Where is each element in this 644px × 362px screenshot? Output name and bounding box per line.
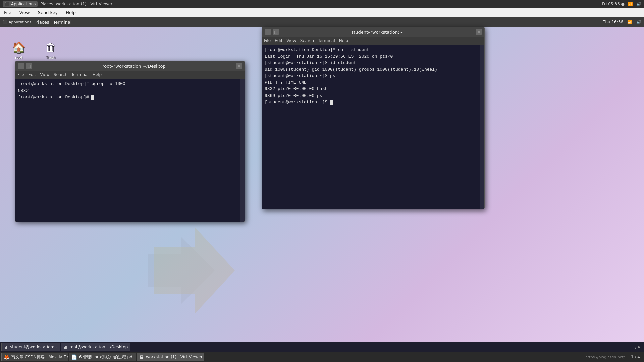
vm-tb-student-label: student@workstation:~ [10,345,58,349]
taskbar-pdf-label: 6.管理Linux系统中的进程.pdf [79,354,134,360]
root-term-menu-view[interactable]: View [40,72,49,77]
guest-display-area: ⬛ Applications Places Terminal Thu 16:36… [0,17,644,362]
root-term-minimize[interactable]: _ [18,63,24,69]
root-folder-icon: 🏠 [11,39,27,55]
root-term-title: root@workstation:~/Desktop [34,64,234,69]
terminal-line: uid=1000(student) gid=1000(student) grou… [265,66,477,73]
guest-panel-right: Thu 16:36 📶 🔊 [603,20,641,24]
student-term-title: student@workstation:~ [281,29,474,35]
root-term-menubar: File Edit View Search Terminal Help [15,71,245,79]
host-places-label[interactable]: Places [40,2,53,6]
guest-apps-icon: ⬛ [3,20,7,24]
student-term-menu-help[interactable]: Help [339,38,348,43]
host-apps-icon: ⬛ [5,2,10,6]
terminal-line: 9869 pts/0 00:00:00 ps [265,93,477,99]
root-term-scrollbar[interactable] [240,79,245,222]
student-term-titlebar: _ □ student@workstation:~ ✕ [262,27,484,37]
student-term-close[interactable]: ✕ [476,29,482,35]
student-term-menu-terminal[interactable]: Terminal [318,38,335,43]
terminal-line: [root@workstation Desktop]# [18,94,237,101]
student-term-content[interactable]: [root@workstation Desktop]# su - student… [262,45,480,209]
student-term-scroll-area: [root@workstation Desktop]# su - student… [262,45,484,209]
trash-icon-label: Trash [46,55,55,60]
guest-network-icon: 📶 [627,20,632,24]
terminal-line: PID TTY TIME CMD [265,79,477,86]
firefox-icon: 🦊 [4,354,9,360]
taskbar-right-info: https://blog.csdn.net/... 1 / 4 [585,355,643,359]
terminal-line: Last login: Thu Jan 16 16:29:56 EST 2020… [265,53,477,60]
terminal-cursor [330,100,333,105]
taskbar-url: https://blog.csdn.net/... [585,355,628,359]
root-term-menu-file[interactable]: File [17,72,24,77]
root-term-maximize[interactable]: □ [26,63,32,69]
vm-tb-root-label: root@workstation:~/Desktop [69,345,128,349]
vm-taskbar-item-student[interactable]: 🖥 student@workstation:~ [1,343,60,351]
host-taskbar: 🦊 写文章-CSDN博客 - Mozilla Firefox 📄 6.管理Lin… [0,352,644,362]
vv-menu-help[interactable]: Help [64,9,77,16]
virt-viewer-window: ⬛ Applications Places workstation (1) - … [0,0,644,362]
taskbar-item-pdf[interactable]: 📄 6.管理Linux系统中的进程.pdf [69,353,136,361]
root-term-close[interactable]: ✕ [236,63,242,69]
root-term-menu-edit[interactable]: Edit [28,72,36,77]
vv-menu-sendkey[interactable]: Send key [37,9,59,16]
pdf-icon: 📄 [71,354,77,360]
student-terminal-window: _ □ student@workstation:~ ✕ File Edit Vi… [262,27,485,209]
taskbar-page: 1 / 4 [631,355,640,359]
student-term-maximize[interactable]: □ [273,29,279,35]
student-term-menu-edit[interactable]: Edit [275,38,282,43]
trash-icon: 🗑 [43,39,59,55]
student-term-menubar: File Edit View Search Terminal Help [262,37,484,45]
host-window-title-bar: workstation (1) - Virt Viewer [56,2,112,6]
guest-apps-label: Applications [9,20,31,24]
guest-top-panel: ⬛ Applications Places Terminal Thu 16:36… [0,17,644,27]
host-time: Fri 05:36 ● [602,2,625,6]
taskbar-virt-label: workstation (1) - Virt Viewer [146,355,203,359]
vm-taskbar-page: 1 / 4 [632,345,643,349]
terminal-line: [student@workstation ~]$ [265,99,477,106]
vm-taskbar: 🖥 student@workstation:~ 🖥 root@workstati… [0,342,644,352]
host-network-icon: 📶 [628,2,633,6]
root-term-menu-terminal[interactable]: Terminal [71,72,89,77]
terminal-line: [root@workstation Desktop]# pgrep -u 100… [18,81,237,87]
host-system-bar: ⬛ Applications Places workstation (1) - … [0,0,644,8]
vv-menu-file[interactable]: File [3,9,13,16]
host-volume-icon: 🔊 [636,2,641,6]
root-term-content[interactable]: [root@workstation Desktop]# pgrep -u 100… [15,79,240,222]
virt-viewer-menubar: File View Send key Help [0,8,644,17]
root-term-titlebar: _ □ root@workstation:~/Desktop ✕ [15,61,245,71]
guest-applications-menu[interactable]: ⬛ Applications [3,20,31,24]
taskbar-firefox-label: 写文章-CSDN博客 - Mozilla Firefox [11,354,68,360]
terminal-line: 9832 [18,87,237,94]
desktop-icon-root[interactable]: 🏠 root [7,39,31,60]
vm-taskbar-item-root[interactable]: 🖥 root@workstation:~/Desktop [61,343,130,351]
root-term-menu-help[interactable]: Help [93,72,102,77]
guest-time: Thu 16:36 [603,20,623,24]
student-term-menu-file[interactable]: File [264,38,271,43]
root-term-scroll-area: [root@workstation Desktop]# pgrep -u 100… [15,79,245,222]
root-icon-label: root [15,55,22,60]
virt-icon: 🖥 [139,354,144,360]
vm-tb-root-icon: 🖥 [63,345,67,350]
host-apps-label: Applications [11,2,36,6]
guest-terminal-menu[interactable]: Terminal [53,20,72,25]
student-term-menu-view[interactable]: View [286,38,296,43]
terminal-line: [student@workstation ~]$ id student [265,60,477,66]
vv-menu-view[interactable]: View [18,9,31,16]
host-applications-menu[interactable]: ⬛ Applications [3,1,38,7]
taskbar-item-firefox[interactable]: 🦊 写文章-CSDN博客 - Mozilla Firefox [1,353,68,361]
student-term-minimize[interactable]: _ [265,29,271,35]
student-term-scrollbar[interactable] [480,45,484,209]
root-terminal-window: _ □ root@workstation:~/Desktop ✕ File Ed… [15,61,245,222]
terminal-cursor [91,95,94,100]
taskbar-item-virt[interactable]: 🖥 workstation (1) - Virt Viewer [137,353,204,361]
student-term-menu-search[interactable]: Search [300,38,314,43]
guest-places-menu[interactable]: Places [35,20,49,25]
root-term-menu-search[interactable]: Search [54,72,67,77]
guest-volume-icon: 🔊 [636,20,641,24]
desktop-icon-trash[interactable]: 🗑 Trash [39,39,63,60]
terminal-line: [root@workstation Desktop]# su - student [265,47,477,53]
terminal-line: [student@workstation ~]$ ps [265,73,477,79]
vm-tb-student-icon: 🖥 [4,345,8,350]
terminal-line: 9832 pts/0 00:00:00 bash [265,86,477,93]
